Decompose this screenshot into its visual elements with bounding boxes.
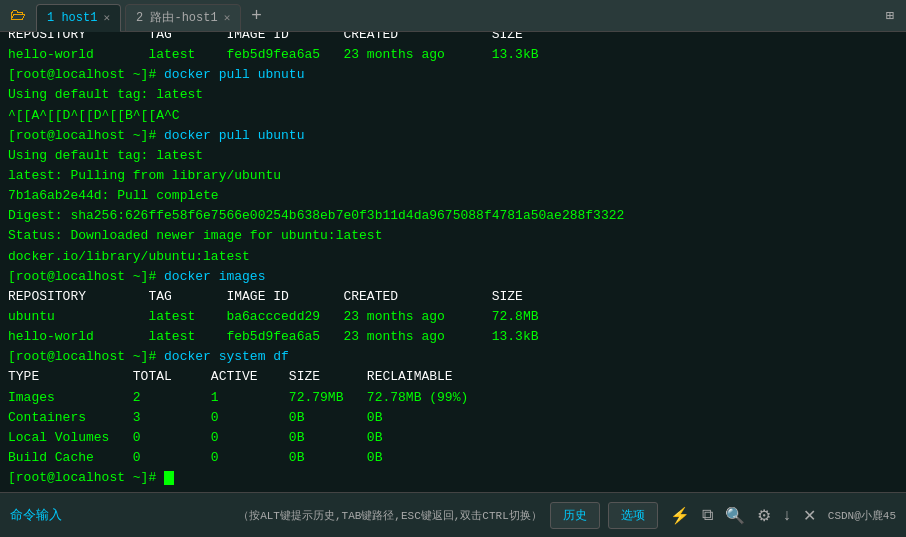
terminal-line: TYPE TOTAL ACTIVE SIZE RECLAIMABLE	[8, 367, 898, 387]
terminal: REPOSITORY TAG IMAGE ID CREATED SIZEhell…	[0, 32, 906, 492]
terminal-line: [root@localhost ~]# docker system df	[8, 347, 898, 367]
lightning-icon[interactable]: ⚡	[666, 504, 694, 527]
tab-host1-close[interactable]: ✕	[103, 11, 110, 24]
terminal-line: Local Volumes 0 0 0B 0B	[8, 428, 898, 448]
bottom-icons: ⚡ ⧉ 🔍 ⚙ ↓ ✕	[666, 504, 820, 527]
terminal-line: hello-world latest feb5d9fea6a5 23 month…	[8, 327, 898, 347]
terminal-line: Build Cache 0 0 0B 0B	[8, 448, 898, 468]
settings-icon[interactable]: ⚙	[753, 504, 775, 527]
history-button[interactable]: 历史	[550, 502, 600, 529]
add-tab-button[interactable]: +	[245, 5, 268, 26]
terminal-line: [root@localhost ~]#	[8, 468, 898, 488]
terminal-line: [root@localhost ~]# docker images	[8, 267, 898, 287]
close-icon[interactable]: ✕	[799, 504, 820, 527]
title-bar-right: ⊞	[886, 7, 902, 24]
title-bar: 🗁 1 host1 ✕ 2 路由-host1 ✕ + ⊞	[0, 0, 906, 32]
tab-router-host1-close[interactable]: ✕	[224, 11, 231, 24]
terminal-line: [root@localhost ~]# docker pull ubnutu	[8, 65, 898, 85]
tab-router-host1-label: 2 路由-host1	[136, 9, 218, 26]
download-icon[interactable]: ↓	[779, 504, 795, 526]
terminal-line: Containers 3 0 0B 0B	[8, 408, 898, 428]
terminal-line: 7b1a6ab2e44d: Pull complete	[8, 186, 898, 206]
search-icon[interactable]: 🔍	[721, 504, 749, 527]
watermark: CSDN@小鹿45	[828, 508, 896, 523]
tab-router-host1[interactable]: 2 路由-host1 ✕	[125, 4, 241, 32]
terminal-line: ^[[A^[[D^[[D^[[B^[[A^C	[8, 106, 898, 126]
grid-icon[interactable]: ⊞	[886, 7, 894, 24]
terminal-cursor	[164, 471, 174, 485]
folder-icon[interactable]: 🗁	[4, 6, 32, 25]
terminal-line: latest: Pulling from library/ubuntu	[8, 166, 898, 186]
copy-icon[interactable]: ⧉	[698, 504, 717, 526]
terminal-line: hello-world latest feb5d9fea6a5 23 month…	[8, 45, 898, 65]
terminal-line: Status: Downloaded newer image for ubunt…	[8, 226, 898, 246]
terminal-line: [root@localhost ~]# docker pull ubuntu	[8, 126, 898, 146]
tab-host1[interactable]: 1 host1 ✕	[36, 4, 121, 32]
terminal-line: docker.io/library/ubuntu:latest	[8, 247, 898, 267]
terminal-line: REPOSITORY TAG IMAGE ID CREATED SIZE	[8, 32, 898, 45]
title-bar-left: 🗁 1 host1 ✕ 2 路由-host1 ✕ +	[4, 2, 268, 30]
select-button[interactable]: 选项	[608, 502, 658, 529]
bottom-bar: 命令输入 （按ALT键提示历史,TAB键路径,ESC键返回,双击CTRL切换） …	[0, 492, 906, 537]
terminal-line: Using default tag: latest	[8, 85, 898, 105]
terminal-line: REPOSITORY TAG IMAGE ID CREATED SIZE	[8, 287, 898, 307]
terminal-line: ubuntu latest ba6acccedd29 23 months ago…	[8, 307, 898, 327]
cmd-hint: （按ALT键提示历史,TAB键路径,ESC键返回,双击CTRL切换）	[238, 508, 542, 523]
cmd-input-label: 命令输入	[10, 506, 230, 524]
terminal-line: Using default tag: latest	[8, 146, 898, 166]
tab-host1-label: 1 host1	[47, 11, 97, 25]
terminal-line: Digest: sha256:626ffe58f6e7566e00254b638…	[8, 206, 898, 226]
terminal-line: Images 2 1 72.79MB 72.78MB (99%)	[8, 388, 898, 408]
